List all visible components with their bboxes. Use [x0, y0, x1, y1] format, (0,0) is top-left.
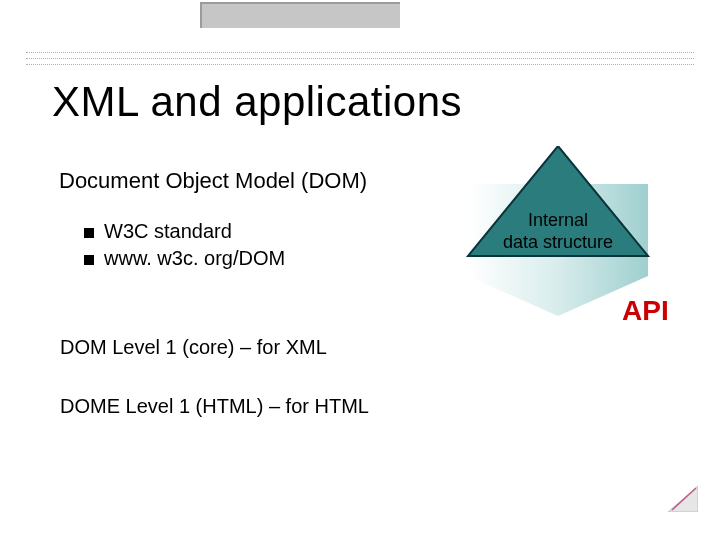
page-title: XML and applications — [52, 78, 462, 126]
list-item: www. w3c. org/DOM — [84, 247, 285, 270]
header-accent-bar — [200, 2, 400, 28]
bullet-text: W3C standard — [104, 220, 232, 243]
bullet-list: W3C standard www. w3c. org/DOM — [84, 220, 285, 274]
bullet-square-icon — [84, 255, 94, 265]
body-text: DOM Level 1 (core) – for XML — [60, 336, 327, 359]
diagram-label-line2: data structure — [503, 232, 613, 252]
list-item: W3C standard — [84, 220, 285, 243]
divider-line — [26, 52, 694, 53]
page-fold-icon — [668, 486, 698, 512]
subtitle: Document Object Model (DOM) — [59, 168, 367, 194]
bullet-square-icon — [84, 228, 94, 238]
divider-line — [26, 64, 694, 65]
api-label: API — [622, 295, 669, 327]
divider-line — [26, 58, 694, 59]
diagram-label-line1: Internal — [528, 210, 588, 230]
bullet-text: www. w3c. org/DOM — [104, 247, 285, 270]
body-text: DOME Level 1 (HTML) – for HTML — [60, 395, 369, 418]
